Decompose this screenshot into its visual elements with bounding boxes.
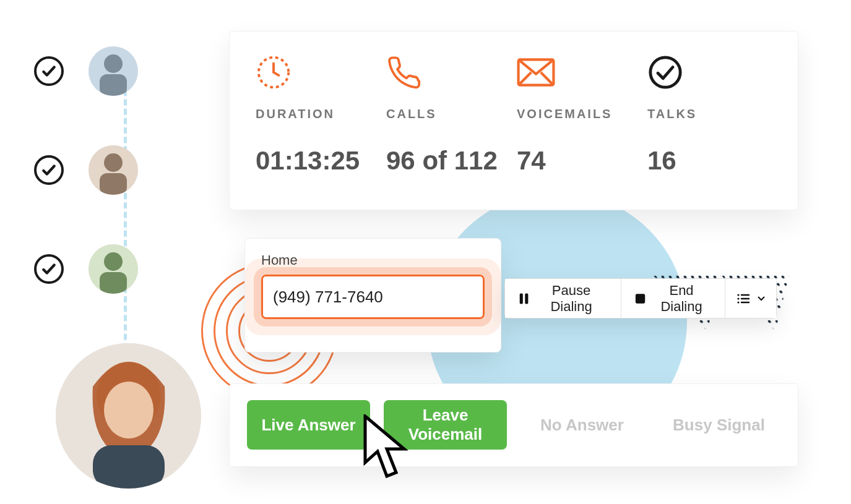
pause-icon xyxy=(519,292,529,305)
dial-menu-button[interactable] xyxy=(725,279,776,318)
stat-value: 01:13:25 xyxy=(256,146,380,176)
call-actions-card: Live Answer Leave Voicemail No Answer Bu… xyxy=(229,383,798,467)
stat-label: DURATION xyxy=(256,107,380,121)
svg-point-18 xyxy=(650,58,680,87)
phone-number-input[interactable] xyxy=(263,276,484,317)
svg-rect-19 xyxy=(520,293,523,304)
stat-value: 96 of 112 xyxy=(386,146,511,176)
stat-value: 16 xyxy=(647,146,772,176)
svg-rect-15 xyxy=(93,445,165,489)
caret-down-icon xyxy=(758,296,765,301)
svg-point-26 xyxy=(737,301,739,303)
leave-voicemail-button[interactable]: Leave Voicemail xyxy=(384,400,507,450)
svg-point-24 xyxy=(737,297,739,299)
svg-rect-11 xyxy=(100,272,127,294)
end-dialing-button[interactable]: End Dialing xyxy=(621,279,725,318)
stat-label: TALKS xyxy=(647,107,772,121)
live-answer-button[interactable]: Live Answer xyxy=(247,400,370,450)
pause-dialing-button[interactable]: Pause Dialing xyxy=(505,279,621,318)
svg-point-22 xyxy=(737,294,739,296)
list-icon xyxy=(737,293,751,304)
stat-talks: TALKS 16 xyxy=(647,54,772,192)
svg-point-7 xyxy=(104,153,123,172)
svg-rect-21 xyxy=(636,294,645,303)
envelope-icon xyxy=(517,54,641,91)
stat-value: 74 xyxy=(517,146,641,176)
clock-icon xyxy=(256,54,380,91)
phone-icon xyxy=(386,54,511,91)
contact-row xyxy=(34,46,183,96)
end-dialing-label: End Dialing xyxy=(652,283,711,315)
stat-calls: CALLS 96 of 112 xyxy=(386,54,511,192)
active-contact-avatar xyxy=(56,343,201,489)
busy-signal-button[interactable]: Busy Signal xyxy=(657,400,780,450)
svg-rect-5 xyxy=(100,74,127,96)
check-icon xyxy=(34,56,64,86)
avatar xyxy=(89,145,138,195)
avatar xyxy=(89,46,138,96)
contact-row xyxy=(34,244,183,294)
svg-rect-8 xyxy=(100,173,127,195)
stat-label: CALLS xyxy=(386,107,511,121)
svg-rect-20 xyxy=(525,293,528,304)
check-icon xyxy=(34,254,64,284)
phone-type-label: Home xyxy=(261,252,485,268)
stop-icon xyxy=(635,293,646,305)
avatar xyxy=(89,244,138,294)
svg-point-14 xyxy=(104,382,153,438)
stat-voicemails: VOICEMAILS 74 xyxy=(517,54,641,192)
stats-card: DURATION 01:13:25 CALLS 96 of 112 VOICEM… xyxy=(229,31,798,210)
stat-duration: DURATION 01:13:25 xyxy=(256,54,380,192)
pause-dialing-label: Pause Dialing xyxy=(535,283,607,315)
dialer-card: Home • • xyxy=(244,238,501,352)
rail-connector-line xyxy=(124,71,127,359)
stat-label: VOICEMAILS xyxy=(517,107,641,121)
contact-row xyxy=(34,145,183,195)
svg-point-4 xyxy=(104,54,123,73)
svg-point-10 xyxy=(104,252,123,271)
check-circle-icon xyxy=(647,54,772,91)
check-icon xyxy=(34,155,64,185)
no-answer-button[interactable]: No Answer xyxy=(521,400,644,450)
dial-button[interactable]: • • xyxy=(484,276,485,317)
dial-controls-toolbar: Pause Dialing End Dialing xyxy=(504,278,777,318)
